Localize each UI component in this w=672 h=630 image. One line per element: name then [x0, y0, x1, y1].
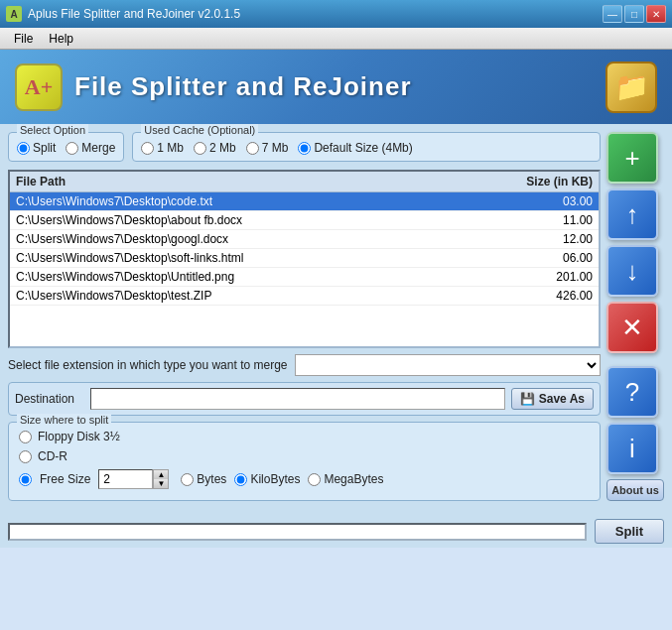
radio-kilobytes[interactable]: KiloBytes: [234, 472, 300, 486]
info-button[interactable]: i: [606, 423, 658, 474]
radio-merge[interactable]: Merge: [66, 141, 115, 155]
free-size-wrapper: ▲ ▼: [98, 469, 169, 489]
app-title: File Splitter and ReJoiner: [74, 71, 412, 102]
radio-floppy-label: Floppy Disk 3½: [38, 430, 120, 443]
right-panel: + ↑ ↓ ✕ ? i About us: [606, 132, 664, 507]
file-path-2: C:\Users\Windows7\Desktop\googl.docx: [16, 232, 503, 246]
radio-free-input[interactable]: [19, 473, 32, 486]
progress-bar-container: [8, 523, 587, 541]
radio-merge-label: Merge: [81, 141, 115, 155]
app-header: A+ File Splitter and ReJoiner 📁: [0, 50, 672, 124]
window-title: Aplus File Splitter and ReJoiner v2.0.1.…: [28, 7, 240, 21]
file-row[interactable]: C:\Users\Windows7\Desktop\test.ZIP 426.0…: [10, 287, 599, 306]
extension-row: Select file extension in which type you …: [8, 354, 601, 376]
file-row[interactable]: C:\Users\Windows7\Desktop\googl.docx 12.…: [10, 230, 599, 249]
minimize-button[interactable]: —: [603, 5, 622, 23]
about-button[interactable]: About us: [606, 479, 664, 501]
file-path-3: C:\Users\Windows7\Desktop\soft-links.htm…: [16, 251, 503, 265]
radio-megabytes-input[interactable]: [308, 473, 321, 486]
logo-aplus: A+: [15, 63, 63, 111]
radio-2mb[interactable]: 2 Mb: [194, 141, 236, 155]
radio-megabytes[interactable]: MegaBytes: [308, 472, 383, 486]
add-button[interactable]: +: [606, 132, 658, 184]
file-path-4: C:\Users\Windows7\Desktop\Untitled.png: [16, 270, 503, 284]
split-button[interactable]: Split: [595, 519, 664, 544]
extension-select[interactable]: [295, 354, 601, 376]
file-row[interactable]: C:\Users\Windows7\Desktop\soft-links.htm…: [10, 249, 599, 268]
app-logo: A+ File Splitter and ReJoiner: [15, 63, 412, 111]
close-button[interactable]: ✕: [646, 5, 666, 23]
select-option-group: Select Option Split Merge: [8, 132, 124, 162]
file-row[interactable]: C:\Users\Windows7\Desktop\code.txt 03.00: [10, 192, 599, 211]
file-row[interactable]: C:\Users\Windows7\Desktop\Untitled.png 2…: [10, 268, 599, 287]
radio-megabytes-label: MegaBytes: [324, 472, 383, 486]
radio-bytes-input[interactable]: [181, 473, 194, 486]
col-size-header: Size (in KB): [503, 175, 593, 189]
radio-split[interactable]: Split: [17, 141, 56, 155]
spinner-down-button[interactable]: ▼: [154, 479, 168, 488]
menu-bar: File Help: [0, 28, 672, 50]
delete-button[interactable]: ✕: [606, 302, 658, 353]
size-option-cdr: CD-R: [19, 446, 590, 466]
destination-label: Destination: [15, 392, 84, 406]
radio-kilobytes-input[interactable]: [234, 473, 247, 486]
radio-cdr-label: CD-R: [38, 449, 67, 463]
radio-merge-input[interactable]: [66, 142, 78, 155]
file-row[interactable]: C:\Users\Windows7\Desktop\about fb.docx …: [10, 211, 599, 230]
main-content: Select Option Split Merge Used Cache (Op…: [0, 124, 672, 515]
radio-7mb[interactable]: 7 Mb: [246, 141, 289, 155]
destination-input[interactable]: [90, 388, 505, 410]
free-size-input[interactable]: [98, 469, 153, 489]
maximize-button[interactable]: □: [624, 5, 644, 23]
left-panel: Select Option Split Merge Used Cache (Op…: [8, 132, 601, 507]
header-folder-icon: 📁: [605, 62, 657, 113]
radio-2mb-label: 2 Mb: [209, 141, 236, 155]
save-as-label: Save As: [539, 392, 585, 406]
window-controls: — □ ✕: [603, 5, 666, 23]
title-bar: A Aplus File Splitter and ReJoiner v2.0.…: [0, 0, 672, 28]
select-option-label: Select Option: [17, 124, 88, 136]
radio-1mb-input[interactable]: [141, 142, 154, 155]
spinner-up-button[interactable]: ▲: [154, 470, 168, 479]
radio-bytes-label: Bytes: [197, 472, 226, 486]
used-cache-radios: 1 Mb 2 Mb 7 Mb Default Size (4Mb): [141, 137, 592, 155]
destination-row: Destination 💾 Save As: [8, 382, 601, 416]
radio-split-input[interactable]: [17, 142, 30, 155]
size-option-floppy: Floppy Disk 3½: [19, 427, 590, 446]
file-size-1: 11.00: [503, 213, 593, 227]
radio-1mb[interactable]: 1 Mb: [141, 141, 184, 155]
radio-7mb-label: 7 Mb: [262, 141, 289, 155]
move-down-button[interactable]: ↓: [606, 245, 658, 297]
file-size-4: 201.00: [503, 270, 593, 284]
radio-cdr-input[interactable]: [19, 450, 32, 463]
file-size-2: 12.00: [503, 232, 593, 246]
file-path-0: C:\Users\Windows7\Desktop\code.txt: [16, 194, 503, 208]
radio-7mb-input[interactable]: [246, 142, 259, 155]
help-button[interactable]: ?: [606, 366, 658, 418]
radio-2mb-input[interactable]: [194, 142, 206, 155]
used-cache-label: Used Cache (Optional): [141, 124, 258, 136]
radio-1mb-label: 1 Mb: [157, 141, 184, 155]
select-option-radios: Split Merge: [17, 137, 115, 155]
move-up-button[interactable]: ↑: [606, 189, 658, 240]
bottom-bar: Split: [0, 515, 672, 548]
file-path-1: C:\Users\Windows7\Desktop\about fb.docx: [16, 213, 503, 227]
menu-help[interactable]: Help: [41, 30, 81, 48]
radio-default-input[interactable]: [298, 142, 311, 155]
file-size-0: 03.00: [503, 194, 593, 208]
floppy-icon: 💾: [520, 392, 535, 406]
radio-default[interactable]: Default Size (4Mb): [298, 141, 412, 155]
radio-bytes[interactable]: Bytes: [181, 472, 226, 486]
file-path-5: C:\Users\Windows7\Desktop\test.ZIP: [16, 289, 503, 303]
options-row: Select Option Split Merge Used Cache (Op…: [8, 132, 601, 162]
extension-label: Select file extension in which type you …: [8, 358, 287, 372]
size-split-group: Size where to split Floppy Disk 3½ CD-R …: [8, 422, 601, 501]
file-list-container: File Path Size (in KB) C:\Users\Windows7…: [8, 170, 601, 348]
used-cache-group: Used Cache (Optional) 1 Mb 2 Mb 7 Mb: [132, 132, 601, 162]
radio-floppy-input[interactable]: [19, 431, 32, 443]
app-icon: A: [6, 6, 22, 22]
file-list: C:\Users\Windows7\Desktop\code.txt 03.00…: [10, 192, 599, 346]
radio-split-label: Split: [33, 141, 56, 155]
save-as-button[interactable]: 💾 Save As: [511, 388, 594, 410]
menu-file[interactable]: File: [6, 30, 41, 48]
